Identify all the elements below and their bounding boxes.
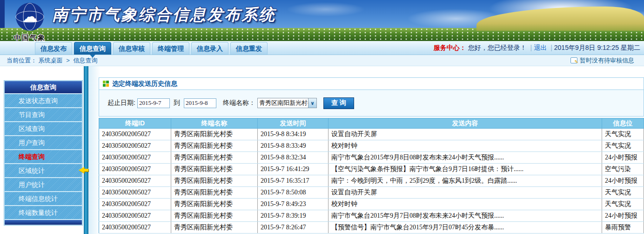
table-cell: 南宁：今晚到明天，中雨，25到29度，偏东风1到2级。白露踏...... (329, 175, 602, 187)
nav-tab-3[interactable]: 信息审核 (113, 42, 150, 55)
sidebar-item-4[interactable]: 用户查询 (5, 136, 82, 149)
audit-notice-text: 暂时没有待审核信息 (580, 56, 634, 65)
table-cell: 空气污染 (602, 164, 644, 175)
query-button[interactable]: 查 询 (323, 97, 354, 109)
grid-squares-icon (103, 81, 109, 87)
table-row: 240305002005027青秀区南阳新光村委2015-9-8 8:32:34… (99, 152, 644, 164)
logout-link[interactable]: 退出 (534, 44, 547, 51)
table-cell: 天气实况 (602, 199, 644, 210)
history-table: 终端ID终端名称发送时间发送内容信息位 240305002005027青秀区南阳… (99, 118, 644, 234)
sidebar-item-2[interactable]: 节目查询 (5, 108, 82, 121)
table-row: 240305002005027青秀区南阳新光村委2015-9-7 16:41:2… (99, 164, 644, 175)
table-cell: 2015-9-8 8:32:34 (258, 152, 329, 164)
table-cell: 校对时钟 (329, 199, 602, 210)
breadcrumb-root[interactable]: 系统桌面 (39, 57, 63, 64)
main-panel: 选定终端发送历史信息 起止日期: 到 终端名称： 青秀区南阳新光村委 ∨ 查 询… (99, 77, 644, 234)
table-cell: 2015-9-7 16:35:17 (258, 175, 329, 187)
table-cell: 南宁市气象台2015年9月7日08时发布未来24小时天气预报...... (329, 210, 602, 222)
service-center-label: 服务中心： (434, 44, 466, 51)
sidebar-collapse-arrow-icon[interactable] (79, 167, 84, 173)
table-cell: 暴雨预警 (602, 222, 644, 234)
sidebar-item-3[interactable]: 区域查询 (5, 122, 82, 135)
table-cell: 240305002005027 (99, 140, 171, 152)
table-cell: 青秀区南阳新光村委 (171, 129, 258, 140)
table-row: 240305002005027青秀区南阳新光村委2015-9-8 8:33:49… (99, 140, 644, 152)
site-title: 南宁市气象综合信息发布系统 (52, 4, 276, 26)
sidebar-item-7[interactable]: 用户统计 (5, 178, 82, 191)
select-dropdown-arrow-icon[interactable]: ∨ (308, 98, 316, 108)
page-header: ☁ 中国气象 南宁市气象综合信息发布系统 (0, 0, 644, 41)
table-row: 240305002005027青秀区南阳新光村委2015-9-7 8:50:08… (99, 187, 644, 199)
nav-tab-6[interactable]: 信息重发 (230, 42, 268, 55)
content-area: 信息查询 发送状态查询节目查询区域查询用户查询终端查询区域统计用户统计终端信息统… (0, 66, 644, 234)
nav-tab-2[interactable]: 信息查询 (74, 42, 111, 55)
date-to-input[interactable] (184, 98, 216, 108)
table-cell: 240305002005027 (99, 129, 171, 140)
greeting-text: 您好，您已经登录！ (468, 44, 527, 51)
sidebar-item-8[interactable]: 终端信息统计 (5, 192, 82, 205)
sidebar-item-6[interactable]: 区域统计 (5, 164, 82, 177)
sidebar-item-5[interactable]: 终端查询 (5, 150, 82, 163)
table-cell: 青秀区南阳新光村委 (171, 187, 258, 199)
table-cell: 【空气污染气象条件预报】南宁市气象台9月7日16时提供：预计...... (329, 164, 602, 175)
to-label: 到 (174, 99, 180, 107)
sidebar-footer (5, 220, 82, 225)
table-cell: 240305002005027 (99, 210, 171, 222)
sidebar-item-9[interactable]: 终端数量统计 (5, 206, 82, 219)
sidebar-splitter-bar[interactable] (84, 66, 88, 234)
table-row: 240305002005027青秀区南阳新光村委2015-9-7 8:49:23… (99, 199, 644, 210)
nav-tab-5[interactable]: 信息录入 (191, 42, 228, 55)
document-edit-icon: ✎ (570, 57, 577, 63)
table-row: 240305002005027青秀区南阳新光村委2015-9-7 8:26:47… (99, 222, 644, 234)
table-cell: 设置自动开关屏 (329, 129, 602, 140)
table-cell: 240305002005027 (99, 199, 171, 210)
panel-title: 选定终端发送历史信息 (112, 80, 177, 88)
breadcrumb-bar: 当前位置： 系统桌面 > 信息查询 ✎ 暂时没有待审核信息 (0, 55, 644, 66)
table-cell: 【预警信号】南宁市气象台2015年9月7日07时45分发布暴...... (329, 222, 602, 234)
terminal-select[interactable]: 青秀区南阳新光村委 ∨ (257, 98, 317, 108)
main-navbar: 信息发布信息查询信息审核终端管理信息录入信息重发 服务中心： 您好，您已经登录！… (0, 41, 644, 55)
table-cell: 2015-9-7 8:49:23 (258, 199, 329, 210)
cma-logo: ☁ 中国气象 (7, 1, 53, 41)
table-row: 240305002005027青秀区南阳新光村委2015-9-8 8:34:19… (99, 129, 644, 140)
table-cell: 240305002005027 (99, 175, 171, 187)
column-header-5: 信息位 (602, 118, 644, 129)
table-cell: 240305002005027 (99, 187, 171, 199)
query-panel: 选定终端发送历史信息 起止日期: 到 终端名称： 青秀区南阳新光村委 ∨ 查 询 (99, 77, 644, 117)
table-cell: 2015-9-8 8:33:49 (258, 140, 329, 152)
table-cell: 南宁市气象台2015年9月8日08时发布未来24小时天气预报...... (329, 152, 602, 164)
table-cell: 青秀区南阳新光村委 (171, 164, 258, 175)
separator: | (549, 44, 554, 51)
terminal-name-label: 终端名称： (223, 99, 255, 107)
cma-cloud-logo-icon: ☁ (15, 2, 45, 32)
table-cell: 设置自动开关屏 (329, 187, 602, 199)
table-cell: 24小时预报 (602, 175, 644, 187)
separator: | (529, 44, 534, 51)
nav-user-info: 服务中心： 您好，您已经登录！ |退出 |2015年9月8日 9:12:25 星… (434, 44, 644, 55)
logo-caption: 中国气象 (7, 34, 53, 41)
table-cell: 青秀区南阳新光村委 (171, 175, 258, 187)
panel-title-row: 选定终端发送历史信息 (99, 78, 644, 90)
table-cell: 2015-9-8 8:34:19 (258, 129, 329, 140)
datetime-text: 2015年9月8日 9:12:25 星期二 (554, 44, 640, 51)
table-cell: 青秀区南阳新光村委 (171, 210, 258, 222)
column-header-3: 发送时间 (258, 118, 329, 129)
date-from-input[interactable] (137, 98, 170, 108)
table-cell: 2015-9-7 8:39:19 (258, 210, 329, 222)
sidebar-items: 发送状态查询节目查询区域查询用户查询终端查询区域统计用户统计终端信息统计终端数量… (5, 94, 82, 219)
table-cell: 校对时钟 (329, 140, 602, 152)
table-cell: 240305002005027 (99, 152, 171, 164)
sidebar-menu: 信息查询 发送状态查询节目查询区域查询用户查询终端查询区域统计用户统计终端信息统… (4, 80, 83, 226)
svg-text:☁: ☁ (22, 7, 38, 25)
sidebar-item-1[interactable]: 发送状态查询 (5, 94, 82, 107)
table-cell: 青秀区南阳新光村委 (171, 222, 258, 234)
column-header-1: 终端ID (99, 118, 171, 129)
nav-tab-1[interactable]: 信息发布 (35, 42, 72, 55)
table-row: 240305002005027青秀区南阳新光村委2015-9-7 8:39:19… (99, 210, 644, 222)
sidebar-title: 信息查询 (5, 81, 82, 93)
breadcrumb-label: 当前位置： (7, 57, 37, 64)
table-cell: 24小时预报 (602, 210, 644, 222)
table-header-row: 终端ID终端名称发送时间发送内容信息位 (99, 118, 644, 129)
nav-tab-4[interactable]: 终端管理 (152, 42, 189, 55)
table-cell: 2015-9-7 8:50:08 (258, 187, 329, 199)
